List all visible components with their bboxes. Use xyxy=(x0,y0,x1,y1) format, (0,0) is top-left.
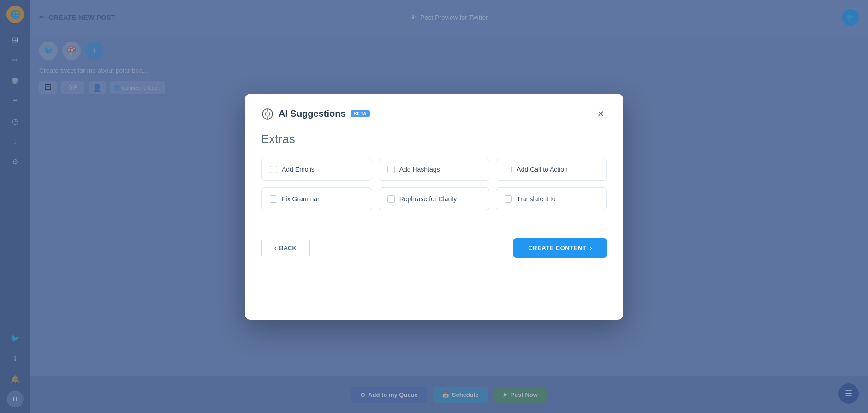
option-label-translate: Translate it to xyxy=(517,195,555,203)
options-grid: Add Emojis Add Hashtags Add Call to Acti… xyxy=(261,158,607,210)
option-rephrase[interactable]: Rephrase for Clarity xyxy=(379,187,490,210)
ai-suggestions-modal: AI Suggestions BETA ✕ Extras Add Emojis … xyxy=(245,94,623,320)
create-content-button[interactable]: CREATE CONTENT › xyxy=(513,238,607,258)
beta-badge: BETA xyxy=(351,110,370,117)
option-add-hashtags[interactable]: Add Hashtags xyxy=(379,158,490,181)
section-title: Extras xyxy=(261,132,607,146)
checkbox-add-hashtags[interactable] xyxy=(387,166,395,173)
ai-icon xyxy=(261,108,274,120)
option-fix-grammar[interactable]: Fix Grammar xyxy=(261,187,372,210)
option-label-add-cta: Add Call to Action xyxy=(517,166,568,173)
modal-header: AI Suggestions BETA ✕ xyxy=(261,108,607,120)
close-modal-button[interactable]: ✕ xyxy=(594,108,607,120)
option-add-cta[interactable]: Add Call to Action xyxy=(496,158,607,181)
option-label-rephrase: Rephrase for Clarity xyxy=(399,195,457,203)
option-add-emojis[interactable]: Add Emojis xyxy=(261,158,372,181)
modal-header-left: AI Suggestions BETA xyxy=(261,108,370,120)
modal-title: AI Suggestions xyxy=(279,108,346,119)
back-button[interactable]: ‹ BACK xyxy=(261,239,310,257)
checkbox-add-cta[interactable] xyxy=(505,166,512,173)
modal-footer: ‹ BACK CREATE CONTENT › xyxy=(261,238,607,258)
option-label-add-hashtags: Add Hashtags xyxy=(399,166,440,173)
chevron-left-icon: ‹ xyxy=(274,245,276,251)
chevron-right-icon: › xyxy=(590,245,592,251)
option-translate[interactable]: Translate it to xyxy=(496,187,607,210)
option-label-fix-grammar: Fix Grammar xyxy=(282,195,320,203)
checkbox-rephrase[interactable] xyxy=(387,195,395,203)
checkbox-add-emojis[interactable] xyxy=(270,166,277,173)
checkbox-fix-grammar[interactable] xyxy=(270,195,277,203)
option-label-add-emojis: Add Emojis xyxy=(282,166,315,173)
checkbox-translate[interactable] xyxy=(505,195,512,203)
